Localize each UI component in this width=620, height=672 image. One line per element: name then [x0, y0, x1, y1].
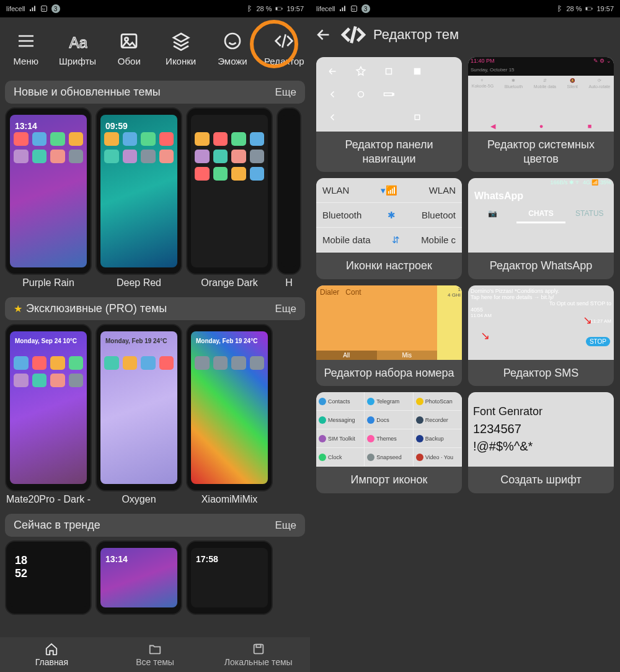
- page-title: Редактор тем: [373, 27, 459, 43]
- svg-text:N: N: [352, 7, 355, 11]
- editor-header: Редактор тем: [310, 17, 620, 52]
- code-icon: [274, 31, 294, 51]
- nav-label: Локальные темы: [224, 657, 293, 667]
- clock: 19:57: [286, 5, 304, 12]
- theme-name: Deep Red: [117, 277, 161, 289]
- theme-card[interactable]: Monday, Sep 24 10°C Mate20Pro - Dark -: [5, 324, 92, 505]
- theme-card[interactable]: Monday, Feb 19 24°C XiaomiMiMix: [186, 324, 273, 505]
- trending-header[interactable]: Сейчас в тренде Еще: [5, 514, 305, 537]
- theme-card[interactable]: 13:14: [95, 540, 182, 615]
- svg-rect-10: [256, 645, 260, 648]
- card-nav-editor[interactable]: Редактор панели навигации: [316, 57, 462, 172]
- card-create-font[interactable]: Font Genrator 1234567 !@#$%^&* Создать ш…: [468, 392, 614, 493]
- nfc-icon: N: [40, 5, 48, 12]
- card-label: Создать шрифт: [468, 467, 614, 493]
- battery-pct: 28 %: [566, 5, 582, 12]
- svg-point-7: [125, 37, 128, 40]
- wallpaper-icon: [119, 31, 139, 51]
- theme-clock: 18 52: [15, 554, 27, 580]
- theme-name: Orange Dark: [201, 277, 258, 289]
- app-icon-cell: Backup: [414, 429, 462, 448]
- more-link[interactable]: Еще: [275, 303, 296, 315]
- card-dialer[interactable]: DialerCont AllMis 1 4 GHI Редактор набор…: [316, 285, 462, 387]
- section-title: ★Эксклюзивные (PRO) темы: [14, 302, 167, 315]
- carrier-label: lifecell: [6, 5, 25, 12]
- nav-home[interactable]: Главная: [0, 637, 104, 672]
- icons-button[interactable]: Иконки: [155, 29, 206, 66]
- theme-card[interactable]: H: [277, 107, 301, 289]
- font-preview: Font Genrator 1234567 !@#$%^&*: [468, 392, 614, 467]
- editor-label: Редактор: [264, 56, 304, 66]
- set-preview: WLAN▾📶WLAN Bluetooth✱Bluetoot Mobile dat…: [316, 178, 462, 253]
- fonts-button[interactable]: Aa Шрифты: [51, 29, 103, 66]
- nav-preview: [316, 57, 462, 132]
- app-icon-cell: SIM Toolkit: [316, 429, 365, 448]
- nav-label: Главная: [35, 657, 68, 667]
- app-icon-cell: Clock: [316, 448, 365, 467]
- emoji-button[interactable]: Эможи: [206, 29, 258, 66]
- section-title: Сейчас в тренде: [14, 519, 100, 532]
- new-themes-strip[interactable]: 13:14 Purple Rain 09:59 Deep Red Orange …: [0, 107, 310, 293]
- fonts-label: Шрифты: [59, 56, 96, 66]
- svg-rect-20: [393, 93, 394, 95]
- new-themes-header[interactable]: Новые и обновленные темы Еще: [5, 81, 305, 104]
- card-label: Редактор WhatsApp: [468, 253, 614, 279]
- sms-preview: Domino's Pizzas! *Conditions apply. Tap …: [468, 285, 614, 360]
- theme-weather: Monday, Feb 19 24°C: [105, 338, 167, 344]
- app-icon-cell: Contacts: [316, 392, 365, 411]
- theme-card[interactable]: 17:58: [186, 540, 273, 615]
- theme-card[interactable]: 18 52: [5, 540, 92, 615]
- card-label: Редактор панели навигации: [316, 132, 462, 172]
- layers-icon: [171, 31, 191, 51]
- card-whatsapp[interactable]: 166B/s ✱ ᯤ 4G 📶 35% WhatsApp 📷 CHATS STA…: [468, 178, 614, 279]
- svg-rect-19: [384, 93, 393, 96]
- svg-point-8: [225, 34, 240, 48]
- card-label: Импорт иконок: [316, 467, 462, 493]
- svg-rect-16: [386, 68, 392, 74]
- theme-card[interactable]: 13:14 Purple Rain: [5, 107, 92, 289]
- wallpaper-button[interactable]: Обои: [104, 29, 155, 66]
- pro-themes-strip[interactable]: Monday, Sep 24 10°C Mate20Pro - Dark - M…: [0, 324, 310, 510]
- svg-rect-21: [415, 115, 420, 120]
- card-settings-icons[interactable]: WLAN▾📶WLAN Bluetooth✱Bluetoot Mobile dat…: [316, 178, 462, 279]
- card-sms[interactable]: Domino's Pizzas! *Conditions apply. Tap …: [468, 285, 614, 387]
- nav-local[interactable]: Локальные темы: [206, 637, 310, 672]
- app-icon-cell: Docs: [365, 411, 413, 429]
- trending-strip[interactable]: 18 52 13:14 17:58: [0, 540, 310, 620]
- theme-clock: 17:58: [196, 554, 218, 564]
- bluetooth-icon: [245, 5, 252, 12]
- menu-button[interactable]: Меню: [0, 29, 51, 66]
- svg-rect-4: [282, 8, 283, 10]
- more-link[interactable]: Еще: [275, 86, 296, 99]
- card-sys-colors[interactable]: 11:40 PM✎ ⚙ ⌄ Sunday, October 15 ᯤKokode…: [468, 57, 614, 172]
- dial-preview: DialerCont AllMis 1 4 GHI: [316, 285, 462, 360]
- svg-point-18: [358, 91, 364, 97]
- theme-card[interactable]: 09:59 Deep Red: [95, 107, 182, 289]
- card-import-icons[interactable]: ContactsTelegramPhotoScanMessagingDocsRe…: [316, 392, 462, 493]
- top-toolbar: Меню Aa Шрифты Обои Иконки Эможи Редакто…: [0, 17, 310, 77]
- theme-name: Mate20Pro - Dark -: [6, 494, 91, 505]
- status-bar: lifecell N 3 28 % 19:57: [310, 0, 620, 17]
- more-link[interactable]: Еще: [275, 519, 296, 532]
- svg-rect-3: [276, 7, 278, 10]
- battery-icon: [585, 5, 593, 12]
- icons-label: Иконки: [166, 56, 196, 66]
- bottom-nav: Главная Все темы Локальные темы: [0, 637, 310, 672]
- app-icon-cell: Themes: [365, 429, 413, 448]
- theme-weather: Monday, Sep 24 10°C: [15, 338, 77, 344]
- theme-card[interactable]: Monday, Feb 19 24°C Oxygen: [95, 324, 182, 505]
- app-icon-cell: Messaging: [316, 411, 365, 429]
- card-label: Редактор системных цветов: [468, 132, 614, 172]
- theme-card[interactable]: Orange Dark: [186, 107, 273, 289]
- svg-rect-9: [254, 645, 263, 654]
- back-arrow-icon[interactable]: [315, 25, 334, 44]
- pro-themes-header[interactable]: ★Эксклюзивные (PRO) темы Еще: [5, 297, 305, 320]
- nav-all[interactable]: Все темы: [104, 637, 207, 672]
- editor-button[interactable]: Редактор: [259, 29, 310, 66]
- clock: 19:57: [596, 5, 614, 12]
- hamburger-icon: [16, 31, 36, 51]
- folder-icon: [148, 642, 162, 656]
- app-icon-cell: Snapseed: [365, 448, 413, 467]
- app-icon-cell: Video · You: [414, 448, 462, 467]
- carrier-label: lifecell: [316, 5, 335, 12]
